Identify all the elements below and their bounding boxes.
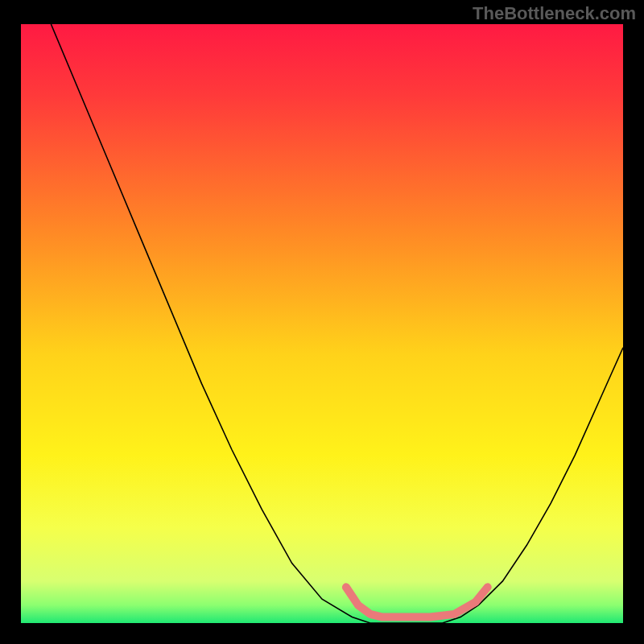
gradient-background [21,24,623,623]
watermark-text: TheBottleneck.com [473,3,636,24]
chart-frame: TheBottleneck.com [0,0,644,644]
chart-plot-area [21,24,623,623]
chart-svg [21,24,623,623]
